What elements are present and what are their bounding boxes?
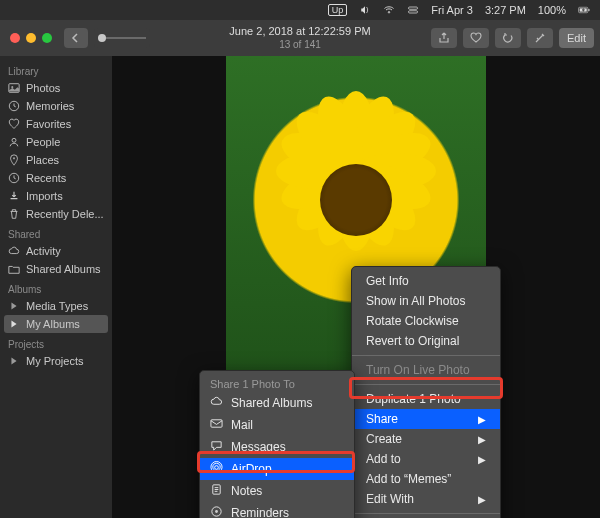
sidebar-item[interactable]: Activity [0,242,112,260]
sidebar-item-label: Activity [26,245,61,257]
share-button[interactable] [431,28,457,48]
macos-menubar: Up Fri Apr 3 3:27 PM 100% [0,0,600,20]
close-button[interactable] [10,33,20,43]
svg-point-9 [13,157,15,159]
share-menu-item[interactable]: Mail [200,414,354,436]
sidebar-item-label: Recents [26,172,66,184]
control-center-icon[interactable] [407,4,419,16]
context-menu-item[interactable]: Add to “Memes” [352,469,500,489]
sidebar-header-library: Library [0,60,112,79]
sidebar-item[interactable]: Shared Albums [0,260,112,278]
sidebar-header-shared: Shared [0,223,112,242]
menubar-time[interactable]: 3:27 PM [485,4,526,16]
sidebar-item[interactable]: Memories [0,97,112,115]
context-menu-item[interactable]: Edit With▶ [352,489,500,509]
sidebar-item[interactable]: People [0,133,112,151]
menu-item-label: Share [366,412,398,426]
favorite-button[interactable] [463,28,489,48]
traffic-lights[interactable] [0,33,52,43]
up-indicator: Up [328,4,348,16]
context-menu-item[interactable]: Get Info [352,271,500,291]
context-menu-item: Turn On Live Photo [352,360,500,380]
cloud-icon [210,395,223,411]
menu-item-label: Edit With [366,492,414,506]
submenu-arrow-icon: ▶ [478,454,486,465]
context-menu[interactable]: Get InfoShow in All PhotosRotate Clockwi… [351,266,501,518]
sidebar-item-label: People [26,136,60,148]
mail-icon [210,417,223,433]
back-button[interactable] [64,28,88,48]
sidebar-item[interactable]: Media Types [0,297,112,315]
context-menu-item[interactable]: Share▶ [352,409,500,429]
share-menu-item[interactable]: AirDrop [200,458,354,480]
menubar-date[interactable]: Fri Apr 3 [431,4,473,16]
photo-subtitle: 13 of 141 [229,38,370,51]
sidebar-item[interactable]: My Albums [4,315,108,333]
context-menu-item[interactable]: Revert to Original [352,331,500,351]
sidebar-item[interactable]: Places [0,151,112,169]
sidebar-item-label: Imports [26,190,63,202]
sidebar-item-label: Places [26,154,59,166]
submenu-arrow-icon: ▶ [478,434,486,445]
svg-point-6 [11,86,13,88]
context-menu-item[interactable]: Rotate Clockwise [352,311,500,331]
submenu-title: Share 1 Photo To [200,375,354,392]
share-menu-item[interactable]: Shared Albums [200,392,354,414]
enhance-button[interactable] [527,28,553,48]
photos-window: June 2, 2018 at 12:22:59 PM 13 of 141 Ed… [0,20,600,518]
context-menu-item[interactable]: Create▶ [352,429,500,449]
titlebar: June 2, 2018 at 12:22:59 PM 13 of 141 Ed… [0,20,600,56]
menu-item-label: Duplicate 1 Photo [366,392,461,406]
msg-icon [210,439,223,455]
submenu-arrow-icon: ▶ [478,414,486,425]
context-menu-item[interactable]: Duplicate 1 Photo [352,389,500,409]
zoom-slider[interactable] [94,28,150,48]
menu-item-label: Notes [231,484,262,498]
menu-item-label: Rotate Clockwise [366,314,459,328]
sidebar-item[interactable]: Recently Dele... [0,205,112,223]
rotate-button[interactable] [495,28,521,48]
volume-icon[interactable] [359,4,371,16]
share-menu-item[interactable]: Messages [200,436,354,458]
svg-point-12 [215,466,219,470]
menu-item-label: Get Info [366,274,409,288]
menu-item-label: Messages [231,440,286,454]
menu-item-label: Shared Albums [231,396,312,410]
title-area: June 2, 2018 at 12:22:59 PM 13 of 141 [229,25,370,51]
wifi-icon[interactable] [383,4,395,16]
menu-item-label: Add to “Memes” [366,472,451,486]
menu-item-label: Reminders [231,506,289,518]
menu-item-label: Revert to Original [366,334,459,348]
edit-button[interactable]: Edit [559,28,594,48]
battery-percent[interactable]: 100% [538,4,566,16]
sidebar-item[interactable]: Recents [0,169,112,187]
submenu-arrow-icon: ▶ [478,494,486,505]
share-menu-item[interactable]: Notes [200,480,354,502]
sidebar-item-label: Memories [26,100,74,112]
menu-item-label: AirDrop [231,462,272,476]
sidebar-item[interactable]: Photos [0,79,112,97]
fullscreen-button[interactable] [42,33,52,43]
svg-rect-1 [409,11,418,13]
rem-icon [210,505,223,518]
share-submenu[interactable]: Share 1 Photo ToShared AlbumsMailMessage… [199,370,355,518]
svg-rect-11 [211,420,222,427]
sidebar-item[interactable]: Favorites [0,115,112,133]
menu-item-label: Mail [231,418,253,432]
sidebar-header-projects: Projects [0,333,112,352]
share-menu-item[interactable]: Reminders [200,502,354,518]
sidebar-item[interactable]: Imports [0,187,112,205]
menu-item-label: Add to [366,452,401,466]
sidebar-item-label: Media Types [26,300,88,312]
sidebar-item[interactable]: My Projects [0,352,112,370]
context-menu-item[interactable]: Add to▶ [352,449,500,469]
minimize-button[interactable] [26,33,36,43]
sidebar-item-label: Recently Dele... [26,208,104,220]
photo-title: June 2, 2018 at 12:22:59 PM [229,25,370,38]
menu-item-label: Create [366,432,402,446]
context-menu-item[interactable]: Show in All Photos [352,291,500,311]
sidebar-item-label: Shared Albums [26,263,101,275]
sidebar-item-label: My Projects [26,355,83,367]
sidebar: Library PhotosMemoriesFavoritesPeoplePla… [0,56,112,518]
battery-icon[interactable] [578,4,590,16]
